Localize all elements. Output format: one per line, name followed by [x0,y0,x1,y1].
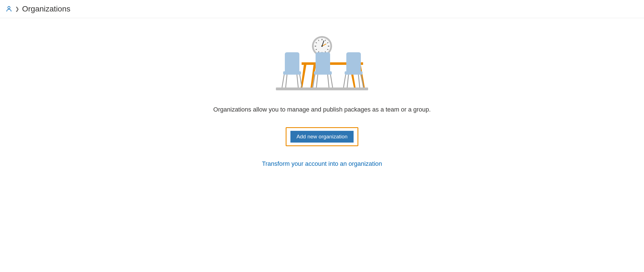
svg-line-24 [282,74,284,87]
breadcrumb-title: Organizations [22,4,70,13]
transform-account-link[interactable]: Transform your account into an organizat… [262,160,382,167]
svg-line-32 [328,74,329,87]
svg-line-31 [316,74,318,87]
svg-rect-28 [283,71,301,75]
breadcrumb: ❯ Organizations [0,0,644,18]
empty-state-illustration [276,35,368,92]
svg-line-25 [300,74,302,87]
svg-line-36 [347,74,349,87]
chevron-right-icon: ❯ [15,6,19,12]
svg-point-18 [321,46,323,47]
person-icon[interactable] [6,6,12,12]
svg-line-27 [297,74,298,87]
main-content: Organizations allow you to manage and pu… [0,18,644,184]
svg-rect-33 [314,71,332,75]
svg-line-26 [286,74,287,87]
highlighted-action: Add new organization [286,127,359,146]
svg-line-30 [330,74,333,87]
svg-line-34 [344,74,346,87]
svg-line-37 [358,74,360,87]
empty-state-description: Organizations allow you to manage and pu… [213,106,431,113]
svg-rect-1 [276,87,368,90]
svg-point-0 [8,6,10,9]
add-new-organization-button[interactable]: Add new organization [290,131,354,143]
svg-rect-38 [345,71,363,75]
